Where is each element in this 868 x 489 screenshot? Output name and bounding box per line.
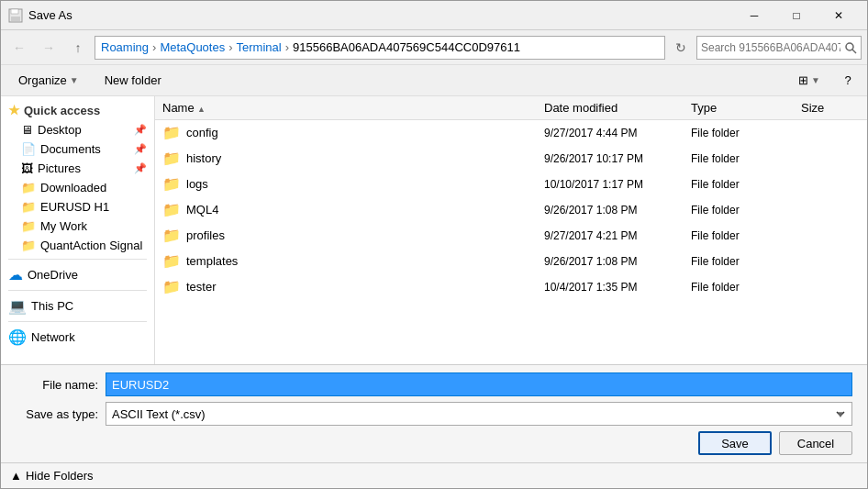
file-cell-name: 📁 MQL4 — [155, 199, 537, 220]
column-header-name[interactable]: Name ▲ — [155, 99, 537, 117]
nav-item-label: QuantAction Signal — [40, 239, 142, 252]
search-bar — [696, 36, 862, 60]
file-rows: 📁 config 9/27/2017 4:44 PM File folder 📁… — [155, 120, 867, 300]
up-button[interactable]: ↑ — [65, 35, 91, 61]
nav-divider-2 — [8, 290, 147, 291]
nav-item-label: Desktop — [38, 123, 82, 137]
svg-rect-1 — [11, 9, 18, 14]
folder-icon: 📁 — [162, 278, 181, 295]
folder-icon: 📁 — [162, 201, 181, 218]
breadcrumb-current: 915566BA06ADA407569C544CC0D97611 — [293, 40, 520, 54]
folder-icon: 📁 — [21, 181, 36, 194]
table-row[interactable]: 📁 history 9/26/2017 10:17 PM File folder — [155, 146, 867, 172]
file-cell-date: 10/10/2017 1:17 PM — [537, 176, 684, 193]
file-cell-type: File folder — [684, 176, 794, 193]
form-actions: Save Cancel — [16, 431, 852, 455]
column-header-type[interactable]: Type — [684, 99, 794, 117]
quick-access-label: Quick access — [24, 104, 100, 117]
nav-item-eurusd[interactable]: 📁 EURUSD H1 — [1, 197, 154, 217]
nav-item-label: Downloaded — [40, 181, 106, 194]
column-header-date[interactable]: Date modified — [537, 99, 684, 117]
file-cell-date: 9/27/2017 4:44 PM — [537, 125, 684, 141]
nav-item-label: EURUSD H1 — [40, 200, 109, 214]
file-cell-type: File folder — [684, 150, 794, 167]
nav-item-quantaction[interactable]: 📁 QuantAction Signal — [1, 236, 154, 255]
table-row[interactable]: 📁 templates 9/26/2017 1:08 PM File folde… — [155, 249, 867, 274]
organize-button[interactable]: Organize ▼ — [8, 69, 89, 93]
breadcrumb-metaquotes[interactable]: MetaQuotes — [160, 40, 225, 54]
save-as-type-select[interactable]: ASCII Text (*.csv) — [106, 402, 852, 426]
nav-item-network[interactable]: 🌐 Network — [1, 326, 154, 349]
table-row[interactable]: 📁 tester 10/4/2017 1:35 PM File folder — [155, 274, 867, 300]
network-label: Network — [31, 330, 75, 344]
file-cell-date: 10/4/2017 1:35 PM — [537, 279, 684, 295]
documents-icon: 📄 — [21, 142, 36, 156]
file-cell-type: File folder — [684, 125, 794, 141]
maximize-button[interactable]: □ — [775, 1, 818, 30]
nav-item-desktop[interactable]: 🖥 Desktop 📌 — [1, 120, 154, 139]
hide-folders-arrow-icon: ▲ — [10, 469, 22, 483]
this-pc-icon: 💻 — [8, 297, 27, 315]
toolbar: Organize ▼ New folder ⊞ ▼ ? — [1, 65, 867, 96]
folder-icon: 📁 — [162, 227, 181, 244]
nav-item-documents[interactable]: 📄 Documents 📌 — [1, 139, 154, 159]
save-as-type-row: Save as type: ASCII Text (*.csv) ▼ — [16, 402, 852, 426]
file-cell-date: 9/26/2017 1:08 PM — [537, 202, 684, 218]
file-name-label: File name: — [16, 378, 98, 392]
main-content: ★ Quick access 🖥 Desktop 📌 📄 Documents 📌… — [1, 96, 867, 364]
table-row[interactable]: 📁 logs 10/10/2017 1:17 PM File folder — [155, 172, 867, 197]
save-as-type-label: Save as type: — [16, 407, 98, 421]
refresh-button[interactable]: ↻ — [669, 36, 693, 60]
file-cell-date: 9/26/2017 10:17 PM — [537, 150, 684, 167]
table-row[interactable]: 📁 profiles 9/27/2017 4:21 PM File folder — [155, 223, 867, 249]
minimize-button[interactable]: ─ — [733, 1, 775, 30]
help-button[interactable]: ? — [836, 69, 860, 93]
save-as-dialog: Save As ─ □ ✕ ← → ↑ Roaming › MetaQuotes… — [0, 0, 868, 489]
nav-item-label: Documents — [40, 142, 101, 156]
folder-icon: 📁 — [162, 150, 181, 167]
cancel-button[interactable]: Cancel — [779, 431, 852, 455]
forward-button[interactable]: → — [36, 35, 61, 61]
file-cell-size — [794, 234, 867, 238]
nav-item-label: My Work — [40, 219, 87, 233]
quick-access-header[interactable]: ★ Quick access — [1, 100, 154, 120]
file-cell-name: 📁 history — [155, 148, 537, 169]
column-header-size[interactable]: Size — [794, 99, 867, 117]
sort-arrow-icon: ▲ — [197, 105, 206, 114]
quick-access-section: ★ Quick access 🖥 Desktop 📌 📄 Documents 📌… — [1, 100, 154, 255]
new-folder-button[interactable]: New folder — [95, 69, 172, 93]
desktop-icon: 🖥 — [21, 123, 33, 137]
left-nav: ★ Quick access 🖥 Desktop 📌 📄 Documents 📌… — [1, 96, 155, 364]
hide-folders-button[interactable]: ▲ Hide Folders — [10, 469, 94, 483]
table-row[interactable]: 📁 MQL4 9/26/2017 1:08 PM File folder — [155, 197, 867, 223]
save-button[interactable]: Save — [698, 431, 772, 455]
file-cell-name: 📁 config — [155, 122, 537, 143]
svg-rect-2 — [11, 17, 20, 21]
search-input[interactable] — [701, 41, 840, 54]
file-cell-date: 9/26/2017 1:08 PM — [537, 253, 684, 270]
nav-item-onedrive[interactable]: ☁ OneDrive — [1, 263, 154, 286]
nav-item-this-pc[interactable]: 💻 This PC — [1, 295, 154, 317]
file-cell-size — [794, 260, 867, 263]
hide-folders-bar: ▲ Hide Folders — [1, 462, 867, 488]
folder-icon: 📁 — [162, 175, 181, 193]
organize-arrow-icon: ▼ — [70, 75, 79, 85]
table-row[interactable]: 📁 config 9/27/2017 4:44 PM File folder — [155, 120, 867, 146]
close-button[interactable]: ✕ — [818, 1, 860, 30]
folder-icon: 📁 — [21, 239, 36, 252]
file-cell-name: 📁 logs — [155, 173, 537, 194]
nav-item-my-work[interactable]: 📁 My Work — [1, 217, 154, 236]
breadcrumb-bar: Roaming › MetaQuotes › Terminal › 915566… — [95, 36, 665, 60]
dialog-title: Save As — [28, 8, 728, 22]
nav-item-downloaded[interactable]: 📁 Downloaded — [1, 178, 154, 197]
breadcrumb-roaming[interactable]: Roaming — [101, 40, 149, 54]
file-cell-size — [794, 131, 867, 135]
save-as-icon — [8, 8, 23, 23]
nav-item-pictures[interactable]: 🖼 Pictures 📌 — [1, 159, 154, 178]
file-name-input[interactable] — [106, 372, 852, 396]
breadcrumb-terminal[interactable]: Terminal — [237, 40, 282, 54]
folder-icon: 📁 — [21, 200, 36, 214]
network-icon: 🌐 — [8, 328, 27, 346]
back-button[interactable]: ← — [6, 35, 32, 61]
view-button[interactable]: ⊞ ▼ — [788, 69, 830, 93]
